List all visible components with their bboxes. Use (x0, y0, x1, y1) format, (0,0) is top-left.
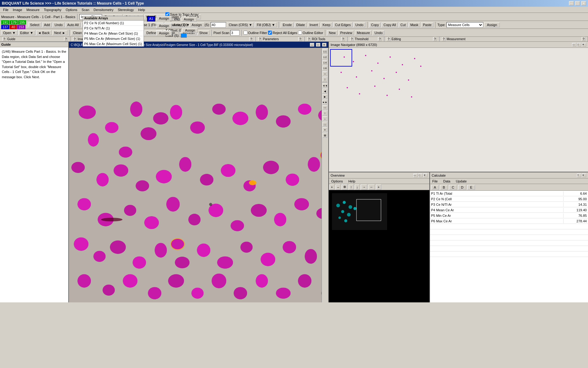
help-params2[interactable]: ? (298, 37, 302, 41)
menu-image[interactable]: Image (11, 7, 24, 12)
nav-min-btn[interactable]: — (572, 43, 576, 47)
pan-left-left[interactable]: ◄◄ (322, 83, 327, 88)
clean-btn[interactable]: Clean (71, 30, 84, 35)
dilate-btn[interactable]: Dilate (295, 22, 307, 27)
pan-left[interactable]: ◄ (322, 89, 327, 94)
array-item-p3[interactable]: P3 Ce N/Tl Ar (1) (83, 26, 144, 31)
img-minimize-btn[interactable]: — (310, 43, 314, 47)
new-measure-btn[interactable]: New (327, 30, 337, 35)
select-btn[interactable]: Select (28, 22, 41, 27)
ov-down-btn[interactable]: ↓ (355, 184, 360, 190)
help-thresh[interactable]: ? (350, 37, 354, 41)
cut-edges-btn[interactable]: Cut Edges (333, 22, 352, 27)
opacity-input[interactable] (211, 22, 226, 28)
array-item-p4[interactable]: P4 Mean Ce Ar (Mean Cell Size) (1) (83, 31, 144, 36)
overview-min[interactable]: — (413, 174, 418, 177)
paste-btn[interactable]: Paste (421, 22, 433, 27)
mask-btn[interactable]: Mask (409, 22, 420, 27)
zoom-in[interactable]: + (322, 127, 327, 132)
help-roi[interactable]: ? (307, 37, 311, 41)
ov-plus-btn[interactable]: + (330, 184, 334, 190)
assign-topo[interactable]: Assign (189, 22, 205, 27)
overview-options-menu[interactable]: Options (330, 179, 344, 183)
calc-tab-e[interactable]: E (467, 185, 475, 190)
calc-update-menu[interactable]: Update (454, 179, 468, 183)
undo-select-btn[interactable]: Undo (53, 22, 64, 27)
help-edit[interactable]: ? (387, 37, 390, 41)
pan-down[interactable]: ↓ (322, 116, 327, 121)
outline-filter-label[interactable]: Outline Filter (243, 31, 267, 35)
scale-1-4[interactable]: 1:4 (322, 60, 327, 65)
erode-btn[interactable]: Erode (281, 22, 293, 27)
help-image[interactable]: ? (73, 37, 77, 41)
ov-minus-btn[interactable]: – (336, 184, 341, 190)
menu-stereology[interactable]: Stereology (116, 7, 136, 12)
help-guide[interactable]: ? (2, 37, 6, 41)
scale-1-8[interactable]: 1:8 (322, 66, 327, 71)
overview-max[interactable]: □ (418, 174, 423, 177)
reject-edges-label[interactable]: Reject All Edges (268, 31, 297, 35)
help-guide2[interactable]: ? (64, 37, 68, 41)
pan-right-right[interactable]: ►► (322, 100, 327, 105)
overview-close[interactable]: ✕ (423, 174, 428, 177)
copy-all-btn[interactable]: Copy All (382, 22, 398, 27)
add-btn[interactable]: Add (42, 22, 52, 27)
measure-execute-btn[interactable]: Measure (355, 30, 372, 35)
ov-right-btn[interactable]: → (361, 184, 367, 190)
assign-btn-3[interactable]: Assign (156, 31, 172, 36)
auto-all-btn[interactable]: Auto All (66, 22, 81, 27)
menu-densitometry[interactable]: Densitometry (92, 7, 115, 12)
calc-tab-c[interactable]: C (449, 185, 457, 190)
ov-left-btn[interactable]: ← (368, 184, 375, 190)
help-thresh2[interactable]: ? (378, 37, 382, 41)
close-btn[interactable]: ✕ (581, 1, 586, 6)
pan-down-down[interactable]: ↓↓ (322, 122, 327, 127)
pan-up[interactable]: ↑ (322, 111, 327, 116)
menu-help[interactable]: Help (136, 7, 147, 12)
outline-filter-checkbox[interactable] (243, 31, 247, 35)
undo-measure-btn[interactable]: Undo (373, 30, 384, 35)
assign-mag[interactable]: Assign (181, 17, 197, 22)
ov-center-btn[interactable]: ⊕ (342, 184, 348, 190)
back-btn[interactable]: ◄ Back (36, 30, 51, 35)
menu-topography[interactable]: Topography (42, 7, 63, 12)
next-btn[interactable]: Next ► (52, 30, 67, 35)
assign-btn-top[interactable]: Assign (156, 16, 172, 21)
preview-btn[interactable]: Preview (338, 30, 354, 35)
array-item-p2[interactable]: P2 Ce N (Cell Number) (1) (83, 21, 144, 26)
available-arrays-list[interactable]: Available Arrays P2 Ce N (Cell Number) (… (83, 16, 144, 47)
menu-measure[interactable]: Measure (24, 7, 41, 12)
nav-close-btn[interactable]: ✕ (582, 43, 586, 47)
outline-editor-checkbox[interactable] (298, 31, 302, 35)
help-meas2[interactable]: ? (582, 37, 585, 41)
img-close-btn[interactable]: ✕ (322, 43, 326, 47)
menu-options[interactable]: Options (64, 7, 79, 12)
clean-crs-btn[interactable]: Clean (CRS) ▼ (227, 22, 254, 27)
measure-assign-btn[interactable]: Assign (484, 22, 500, 27)
open-btn[interactable]: Open ▼ (1, 30, 17, 35)
calc-close-btn[interactable]: ✕ (582, 174, 586, 177)
color-swatch[interactable] (181, 33, 187, 38)
fit-w-btn[interactable]: ↔ (322, 71, 327, 76)
calc-tab-d[interactable]: D (458, 185, 466, 190)
calc-file-menu[interactable]: File (431, 179, 439, 183)
array-item-p6[interactable]: P6 Max Ce Ar (Maximum Cell Size) (1) (83, 41, 144, 47)
measure-type-select[interactable]: Measure Cells (447, 22, 483, 28)
assign-btn-2[interactable]: Assign (156, 23, 172, 28)
pan-up-up[interactable]: ↑↑ (322, 105, 327, 110)
pan-right[interactable]: ► (322, 94, 327, 99)
ov-up-btn[interactable]: ↑ (349, 184, 354, 190)
ov-fit-btn[interactable]: + (376, 184, 381, 190)
undo-edit-btn[interactable]: Undo (353, 22, 365, 27)
help-roi2[interactable]: ? (341, 37, 345, 41)
minimize-btn[interactable]: — (569, 1, 574, 6)
maximize-btn[interactable]: □ (575, 1, 580, 6)
fit-h-btn[interactable]: ↕ (322, 77, 327, 82)
array-item-p5[interactable]: P5 Min Ce Ar (Minimum Cell Size) (1) (83, 36, 144, 41)
pixel-scan-input[interactable] (230, 30, 239, 36)
menu-file[interactable]: File (1, 7, 10, 12)
help-edit2[interactable]: ? (433, 37, 437, 41)
scale-1-2[interactable]: 1:2 (322, 55, 327, 59)
reject-edges-checkbox[interactable] (268, 31, 272, 35)
help-params[interactable]: ? (258, 37, 262, 41)
